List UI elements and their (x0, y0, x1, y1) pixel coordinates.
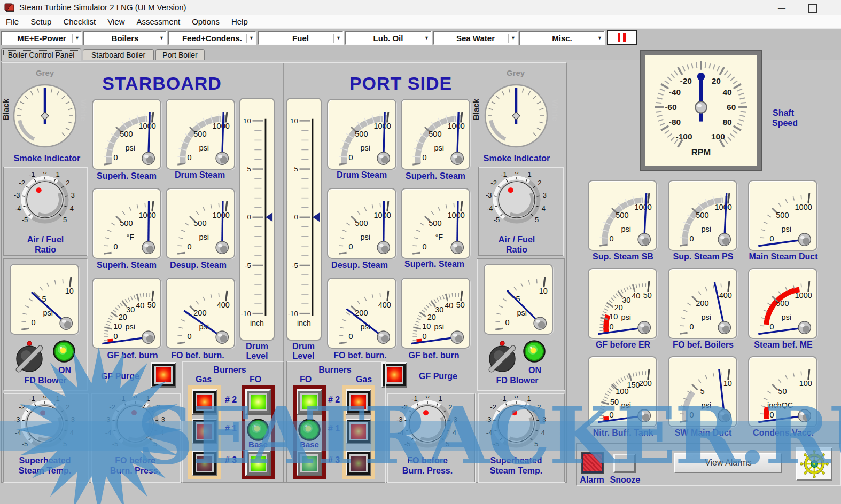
sh-steam-temp-knob-ps[interactable]: -5-4-3-2-1012345 (479, 396, 554, 456)
dropdown-boilers[interactable]: Boilers▼ (83, 31, 167, 45)
dropdown-feed-condens-[interactable]: Feed+Condens.▼ (168, 31, 256, 45)
svg-text:-5: -5 (493, 440, 500, 448)
gas-burner-3-sb[interactable] (192, 451, 217, 476)
gas-burner-2-sb[interactable] (192, 389, 217, 415)
menu-options[interactable]: Options (186, 15, 225, 28)
chevron-down-icon[interactable]: ▼ (246, 34, 254, 43)
starboard-title: STARBOARD (102, 73, 222, 94)
svg-text:0: 0 (610, 322, 614, 331)
svg-text:50: 50 (610, 398, 619, 406)
chevron-down-icon[interactable]: ▼ (157, 34, 164, 43)
svg-text:5: 5 (247, 165, 251, 173)
menu-view[interactable]: View (102, 15, 130, 28)
gauge-sw-main-duct: 0510psi (668, 356, 737, 427)
drum-level-slider-sb[interactable]: 1050-5-10inch (239, 98, 275, 341)
svg-text:1: 1 (438, 396, 442, 403)
svg-text:0: 0 (423, 332, 427, 341)
fd-blower-switch-sb[interactable] (11, 336, 48, 376)
svg-text:0: 0 (349, 332, 353, 341)
svg-text:2: 2 (66, 179, 69, 187)
chevron-down-icon[interactable]: ▼ (508, 34, 516, 43)
gauge-superh-steam-psi-sb: 05001000psi (92, 99, 161, 170)
dropdown-me-e-power[interactable]: ME+E-Power▼ (1, 31, 82, 45)
gf-purge-button-sb[interactable] (151, 362, 176, 388)
caption-level-sb: Level (246, 351, 268, 361)
gas-burner-2-ps[interactable] (346, 389, 371, 415)
dropdown-fuel[interactable]: Fuel▼ (258, 31, 344, 45)
gauge-superh-steam-f-ps: 05001000°F (401, 188, 470, 259)
svg-text:5: 5 (63, 216, 67, 224)
svg-text:500: 500 (355, 130, 368, 138)
tab-starboard-boiler[interactable]: Starboard Boiler (83, 49, 154, 60)
base-label-ps: Base (300, 440, 319, 449)
svg-text:-2: -2 (401, 403, 408, 411)
ship-wheel-button[interactable] (796, 447, 832, 481)
svg-text:0: 0 (690, 411, 694, 419)
chevron-down-icon[interactable]: ▼ (422, 34, 429, 43)
tab-boiler-control-panel[interactable]: Boiler Control Panel (1, 48, 81, 61)
dropdown-sea-water[interactable]: Sea Water▼ (433, 31, 518, 45)
dropdown-misc-[interactable]: Misc.▼ (519, 31, 605, 45)
fo-burner-2-sb[interactable] (245, 389, 271, 415)
tab-port-boiler[interactable]: Port Boiler (155, 49, 205, 60)
svg-text:0: 0 (188, 153, 192, 162)
fd-blower-switch-ps[interactable] (484, 336, 521, 376)
svg-text:0: 0 (515, 172, 518, 176)
gas-burner-1-ps[interactable] (346, 419, 371, 444)
menu-checklist[interactable]: Checklist (57, 15, 102, 28)
gauge-fo-bef-burn-sb: 0200400psi (166, 278, 235, 349)
gauge-desup-steam-ps: 05001000psi (327, 188, 396, 259)
svg-text:5: 5 (446, 440, 449, 448)
svg-text:-5: -5 (494, 216, 500, 224)
alarm-button[interactable] (581, 452, 604, 474)
dropdown-lub-oil[interactable]: Lub. Oil▼ (345, 31, 432, 45)
sh-steam-temp-knob-sb[interactable]: -5-4-3-2-1012345 (7, 396, 82, 456)
chevron-down-icon[interactable]: ▼ (72, 34, 80, 43)
window-title: Steam Turbine Simulator 2 LNG (ULM Versi… (19, 3, 186, 12)
menu-file[interactable]: File (0, 15, 25, 28)
air-fuel-knob-sb[interactable]: -5-4-3-2-1012345 (7, 172, 82, 232)
fo-burner-3-sb[interactable] (245, 451, 271, 476)
svg-text:4: 4 (542, 204, 546, 212)
chevron-down-icon[interactable]: ▼ (333, 34, 341, 43)
svg-text:3: 3 (71, 415, 75, 423)
svg-text:10: 10 (422, 322, 431, 330)
burner-row2-label-sb: # 2 (225, 395, 237, 405)
menu-assessment[interactable]: Assessment (130, 15, 186, 28)
menu-setup[interactable]: Setup (25, 15, 57, 28)
svg-text:psi: psi (434, 322, 445, 331)
svg-text:3: 3 (543, 191, 547, 199)
minimize-button[interactable]: — (774, 3, 790, 13)
fo-burn-press-knob-ps[interactable]: -5-4-3-2-1012345 (390, 396, 465, 456)
svg-text:1000: 1000 (213, 122, 230, 130)
fo-burner-2-ps[interactable] (297, 389, 322, 415)
pause-button[interactable] (607, 30, 637, 45)
shaft-caption-1: Shaft (773, 108, 794, 118)
fo-burn-press-knob-sb[interactable]: -5-4-3-2-1012345 (98, 396, 173, 456)
svg-text:5: 5 (63, 440, 67, 448)
superheated-caption-ps: Superheated (490, 456, 542, 466)
svg-text:0: 0 (43, 396, 46, 400)
view-alarms-button[interactable]: View Alarms (674, 453, 782, 473)
drum-level-slider-ps[interactable]: 1050-5-10inch (286, 98, 322, 341)
svg-text:3: 3 (454, 415, 457, 423)
air-fuel-caption-sb: Air / Fuel (27, 235, 64, 245)
svg-text:30: 30 (126, 305, 135, 314)
snooze-button[interactable] (613, 454, 636, 473)
fo-burner-3-ps[interactable] (297, 451, 322, 476)
gas-burner-1-sb[interactable] (192, 419, 217, 444)
maximize-button[interactable] (808, 4, 817, 13)
svg-text:-40: -40 (669, 88, 681, 97)
pause-bar-icon (618, 33, 620, 42)
shaft-speed-frame: -2020-4040-6060-8080-100100RPM (641, 51, 761, 170)
svg-text:-1: -1 (501, 172, 507, 178)
svg-text:2: 2 (156, 403, 160, 411)
steam-temp-caption-ps: Steam Temp. (490, 466, 542, 476)
chevron-down-icon[interactable]: ▼ (595, 34, 602, 43)
air-fuel-knob-ps[interactable]: -5-4-3-2-1012345 (479, 172, 554, 232)
fo-base-lamp-sb (246, 418, 270, 442)
gas-burner-3-ps[interactable] (346, 451, 371, 476)
menu-help[interactable]: Help (225, 15, 254, 28)
air-fuel-caption-ps: Air / Fuel (499, 235, 535, 245)
svg-text:1000: 1000 (448, 211, 465, 219)
